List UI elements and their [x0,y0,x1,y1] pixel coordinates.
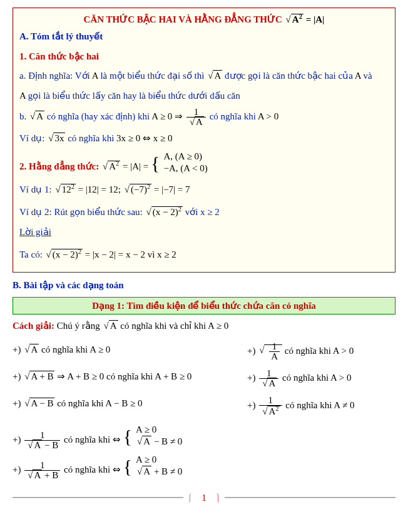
vd1-label: Ví dụ 1: [19,184,54,194]
sqrt-A-icon-3: A [102,318,118,334]
footer-rule-right [225,497,395,498]
b-arrow: ⇒ [175,111,185,121]
vd2-label: Ví dụ 2: Rút gọn biểu thức sau: [19,207,145,217]
cond-sqrtAmB: +) A − B có nghĩa khi A − B ≥ 0 [13,396,235,416]
cond-1-over-sqrtA2: +) 1A2 có nghĩa khi A ≠ 0 [247,396,408,416]
example-1: Ví dụ: 3x có nghĩa khi 3x ≥ 0 ⇔ x ≥ 0 [19,131,389,147]
definition-b: b. A có nghĩa (hay xác định) khi A ≥ 0 ⇒… [19,108,389,127]
title-formula: A2 = |A| [285,14,325,24]
ta-co: Ta có: (x − 2)2 = |x − 2| = x − 2 vì x ≥… [19,244,389,263]
example-vd1: Ví dụ 1: 122 = |12| = 12; (−7)2 = |−7| =… [19,179,389,198]
page-number: 1 [196,493,212,503]
footer-brace-left-icon: ⎰ [187,493,193,503]
cg-mid: có nghĩa khi và chỉ khi [120,321,208,331]
section-a-heading: A. Tóm tắt lý thuyết [19,29,389,45]
cach-giai: Cách giải: Chú ý rằng A có nghĩa khi và … [13,318,395,334]
taco-expr: (x − 2)2 = |x − 2| = x − 2 vì x ≥ 2 [45,249,176,259]
subheading-2: 2. Hằng đẳng thức: A2 = |A| = { A, (A ≥ … [19,151,389,175]
def-a-l2: gọi là biểu thức lấy căn hay là biểu thứ… [28,91,240,101]
sym-A2: A [355,71,361,81]
b-t1: có nghĩa (hay xác định) khi [47,111,151,121]
identity: A2 = |A| = { A, (A ≥ 0) −A, (A < 0) [101,161,208,171]
ex1-mid: có nghĩa khi [68,133,116,143]
b-cond2: A > 0 [258,111,278,121]
cond-1-over-sqrtA: +) 1A có nghĩa khi A > 0 [247,369,408,388]
b-label: b. [19,111,29,121]
conditions-row-1: +) A có nghĩa khi A ≥ 0 +) 1A có nghĩa k… [13,338,395,365]
example-vd2: Ví dụ 2: Rút gọn biểu thức sau: (x − 2)2… [19,201,389,221]
loi-giai-label: Lời giải [19,224,389,241]
title-text: CĂN THỨC BẬC HAI VÀ HẰNG ĐẲNG THỨC [84,14,285,24]
taco-label: Ta có: [19,249,45,259]
doc-title: CĂN THỨC BẬC HAI VÀ HẰNG ĐẲNG THỨC A2 = … [19,13,389,25]
page-footer: ⎰ 1 ⎱ [13,493,395,503]
sym-A: A [92,71,98,81]
subheading-1: 1. Căn thức bậc hai [19,49,389,65]
footer-rule-left [13,497,183,498]
definition-a-line2: A gọi là biểu thức lấy căn hay là biểu t… [19,88,389,104]
ex1-cond: 3x ≥ 0 ⇔ x ≥ 0 [116,133,172,143]
footer-brace-right-icon: ⎱ [215,493,221,503]
cond-1-over-sqrtA-plus-B: +) 1 A + B có nghĩa khi ⇔ { A ≥ 0 A + B … [13,454,395,480]
vd2-expr: (x − 2)2 [145,207,185,217]
vd1-body: 122 = |12| = 12; (−7)2 = |−7| = 7 [54,184,190,194]
conditions-row-2: +) A + B ⇒ A + B ≥ 0 có nghĩa khi A + B … [13,365,395,392]
definition-a: a. Định nghĩa: Với A là một biểu thức đạ… [19,68,389,84]
theory-box: CĂN THỨC BẬC HAI VÀ HẰNG ĐẲNG THỨC A2 = … [13,8,395,273]
frac-1-over-sqrtA: 1 A [186,108,206,127]
sym-A3: A [19,91,26,101]
cg-body: Chú ý rằng [57,321,103,331]
cg-label: Cách giải: [13,321,57,331]
conditions-row-3: +) A − B có nghĩa khi A − B ≥ 0 +) 1A2 c… [13,392,395,420]
b-cond1: A ≥ 0 [151,111,172,121]
page: CĂN THỨC BẬC HAI VÀ HẰNG ĐẲNG THỨC A2 = … [0,0,408,506]
def-a-label: a. Định nghĩa: [19,71,73,81]
def-a-t1: Với [75,71,92,81]
cond-sqrt-1overA: +) 1A có nghĩa khi A > 0 [247,342,408,361]
cg-cond: A ≥ 0 [208,321,228,331]
def-a-t3: được gọi là căn thức bậc hai của [225,71,355,81]
section-b-heading: B. Bài tập và các dạng toán [13,278,395,294]
cond-1-over-sqrtA-minus-B: +) 1 A − B có nghĩa khi ⇔ { A ≥ 0 A − B … [13,424,395,450]
sqrt-3x-icon: 3x [47,131,65,147]
cond-sqrtApB: +) A + B ⇒ A + B ≥ 0 có nghĩa khi A + B … [13,369,235,388]
sqrt-A-icon: A [207,68,222,84]
cond-sqrtA: +) A có nghĩa khi A ≥ 0 [13,342,235,361]
dang-1-bar: Dạng 1: Tìm điều kiện để biểu thức chứa … [13,297,395,314]
h2-label: 2. Hằng đẳng thức: [19,161,101,171]
vd2-cond: với x ≥ 2 [185,207,220,217]
ex1-pre: Ví dụ: [19,133,47,143]
def-a-t2: là một biểu thức đại số thì [100,71,207,81]
sqrt-A-icon-2: A [29,109,44,125]
b-t2: có nghĩa khi [210,111,258,121]
def-a-t4: và [364,71,372,81]
